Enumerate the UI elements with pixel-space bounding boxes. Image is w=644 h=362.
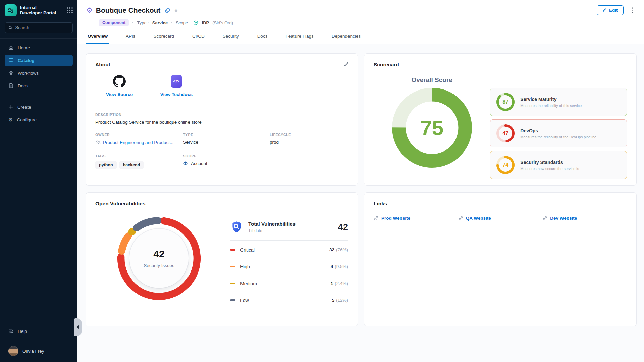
sidebar-item-label: Workflows <box>18 71 39 76</box>
dot-separator <box>132 22 133 23</box>
sidebar-item-help[interactable]: ? Help <box>5 325 73 337</box>
search-icon <box>8 25 12 30</box>
scorecard-card: Scorecard Overall Score 75 <box>364 53 637 186</box>
total-vulns-value: 42 <box>338 222 348 232</box>
tag-chips: python backend <box>95 161 183 169</box>
card-heading: Open Vulnerabilities <box>95 201 348 207</box>
sidebar-item-docs[interactable]: Docs <box>5 80 73 92</box>
total-vulns-title: Total Vulnerabilities <box>248 221 296 227</box>
description-label: DESCRIPTION <box>95 113 348 117</box>
tab-security[interactable]: Security <box>221 34 240 44</box>
divider <box>230 240 348 241</box>
card-heading: About <box>95 62 348 68</box>
tab-cicd[interactable]: CI/CD <box>191 34 206 44</box>
pencil-icon <box>602 8 607 12</box>
divider <box>0 98 77 98</box>
component-gear-icon: ⚙ <box>86 7 93 14</box>
tag-chip: backend <box>119 161 144 169</box>
links-card: Links Prod Website <box>364 192 637 326</box>
chevron-left-icon <box>76 325 79 329</box>
scope-field-value: Account <box>183 161 348 166</box>
user-name: Olivia Frey <box>22 349 44 354</box>
sidebar-item-label: Configure <box>17 117 37 122</box>
search-box[interactable] <box>5 22 73 33</box>
critical-dash-icon <box>230 249 235 251</box>
user-menu[interactable]: Olivia Frey <box>0 345 77 357</box>
about-card: About View Source </> View T <box>86 53 358 186</box>
sidebar-collapse-handle[interactable] <box>74 318 82 336</box>
page-header: ⚙ Boutique Checkout ★ Component Type : S… <box>77 0 644 44</box>
content-grid: About View Source </> View T <box>77 44 644 326</box>
dot-separator <box>171 22 172 23</box>
overall-score-gauge: 75 <box>392 88 472 168</box>
scope-org: (Sid's Org) <box>212 20 233 25</box>
sidebar-item-label: Docs <box>18 83 28 88</box>
link-icon <box>542 216 547 221</box>
tab-apis[interactable]: APIs <box>124 34 137 44</box>
vulnerabilities-card: Open Vulnerabilities 42 Security Issues <box>86 192 358 326</box>
view-source-link[interactable]: View Source <box>103 75 136 97</box>
type-field-value: Service <box>183 140 270 145</box>
more-options-kebab[interactable] <box>631 6 635 14</box>
sidebar-item-catalog[interactable]: Catalog <box>5 55 73 66</box>
sidebar-item-workflows[interactable]: Workflows <box>5 67 73 79</box>
sidebar-item-label: Home <box>18 45 30 50</box>
donut-center-label: Security Issues <box>144 263 174 268</box>
favorite-star-icon[interactable]: ★ <box>173 7 178 14</box>
card-heading: Scorecard <box>374 62 627 68</box>
owner-link[interactable]: Product Engineering and Product... <box>95 140 183 145</box>
type-field-label: TYPE <box>183 133 270 137</box>
sidebar-item-home[interactable]: Home <box>5 42 73 53</box>
score-gauge: 87 <box>496 93 515 111</box>
apps-grid-icon[interactable] <box>67 7 73 13</box>
score-card-security-standards[interactable]: 74 Security Standards Measures how secur… <box>490 151 627 179</box>
score-gauge: 47 <box>496 124 515 142</box>
low-dash-icon <box>230 299 235 301</box>
card-heading: Links <box>374 201 627 207</box>
dev-website-link[interactable]: Dev Website <box>542 216 627 221</box>
sidebar-item-configure[interactable]: ⚙ Configure <box>5 114 73 125</box>
score-gauge: 74 <box>496 156 515 174</box>
tab-dependencies[interactable]: Dependencies <box>330 34 362 44</box>
score-card-service-maturity[interactable]: 87 Service Maturity Measures the reliabi… <box>490 88 627 116</box>
tag-chip: python <box>95 161 117 169</box>
home-icon <box>8 45 14 50</box>
tab-docs[interactable]: Docs <box>256 34 269 44</box>
legend-row-high: High 4 (9.5%) <box>230 259 348 274</box>
tab-scorecard[interactable]: Scorecard <box>152 34 176 44</box>
app-logo[interactable] <box>5 4 17 16</box>
plus-icon <box>8 105 13 110</box>
tab-feature-flags[interactable]: Feature Flags <box>284 34 315 44</box>
search-input[interactable] <box>15 25 69 30</box>
techdocs-icon: </> <box>171 75 182 88</box>
shield-scan-icon <box>230 220 244 234</box>
pipeline-logo-icon <box>6 6 15 15</box>
cube-icon <box>193 20 199 26</box>
total-vulns-subtitle: Till date <box>248 228 296 233</box>
owner-label: OWNER <box>95 133 183 137</box>
sidebar: Internal Developer Portal Home <box>0 0 77 362</box>
sidebar-item-label: Create <box>17 105 31 110</box>
scope-value: IDP <box>202 20 209 25</box>
entity-meta: Component Type : Service Scope: IDP (Sid… <box>99 19 644 27</box>
sidebar-item-create[interactable]: Create <box>5 101 73 113</box>
view-techdocs-link[interactable]: </> View Techdocs <box>160 75 193 97</box>
high-dash-icon <box>230 266 235 267</box>
score-card-devops[interactable]: 47 DevOps Measures the reliability of th… <box>490 119 627 147</box>
legend-row-low: Low 5 (12%) <box>230 293 348 308</box>
primary-nav: Home Catalog Workflows <box>0 41 77 92</box>
link-icon <box>458 216 463 221</box>
tab-overview[interactable]: Overview <box>86 34 109 44</box>
prod-website-link[interactable]: Prod Website <box>374 216 458 221</box>
link-icon <box>374 216 379 221</box>
tags-label: TAGS <box>95 154 183 158</box>
gear-icon: ⚙ <box>8 117 13 122</box>
qa-website-link[interactable]: QA Website <box>458 216 543 221</box>
overall-score-title: Overall Score <box>411 76 452 84</box>
copy-icon[interactable] <box>165 8 170 13</box>
edit-about-pencil-icon[interactable] <box>344 62 349 68</box>
tabs: Overview APIs Scorecard CI/CD Security D… <box>86 34 644 44</box>
sidebar-bottom: ? Help Olivia Frey <box>0 324 77 362</box>
legend-row-medium: Medium 1 (2.4%) <box>230 276 348 291</box>
edit-button[interactable]: Edit <box>597 5 624 15</box>
